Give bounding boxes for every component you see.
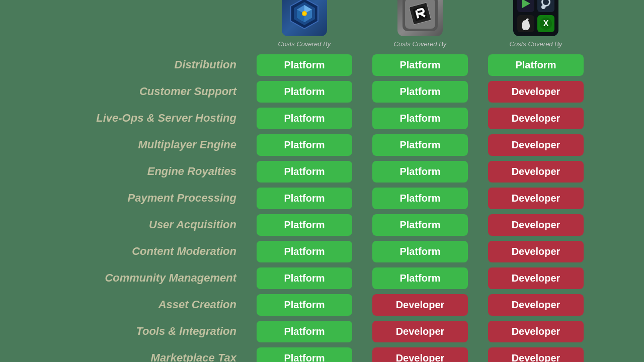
badge-11-0: Platform [257, 347, 352, 363]
cell-2-0: Platform [247, 105, 362, 132]
badge-0-2: Platform [488, 54, 584, 76]
badge-6-0: Platform [257, 214, 352, 236]
badge-8-2: Developer [488, 267, 584, 289]
cell-3-2: Developer [478, 132, 594, 158]
cell-11-0: Platform [247, 345, 362, 363]
badge-3-0: Platform [257, 134, 352, 156]
cell-10-0: Platform [247, 318, 362, 345]
svg-text:X: X [543, 19, 549, 28]
badge-2-0: Platform [257, 108, 352, 129]
badge-6-1: Platform [372, 214, 468, 236]
cell-4-0: Platform [247, 158, 362, 185]
cell-10-1: Developer [362, 318, 478, 345]
badge-10-2: Developer [488, 321, 584, 342]
cell-6-1: Platform [362, 212, 478, 238]
cell-0-1: Platform [362, 52, 478, 78]
cell-1-2: Developer [478, 78, 594, 105]
row-label-4: Engine Royalties [30, 162, 247, 181]
cell-8-1: Platform [362, 265, 478, 292]
row-label-11: Marketplace Tax [30, 348, 247, 362]
table-grid: Costs Covered By [30, 0, 614, 362]
badge-3-1: Platform [372, 134, 468, 156]
roblox-logo [397, 0, 443, 36]
badge-1-2: Developer [488, 81, 584, 103]
badge-2-1: Platform [372, 108, 468, 129]
cell-7-2: Developer [478, 238, 594, 265]
unity-logo [282, 0, 327, 36]
cell-0-2: Platform [478, 52, 594, 78]
badge-9-0: Platform [257, 294, 352, 316]
badge-4-1: Platform [372, 161, 468, 183]
row-label-8: Community Management [30, 268, 247, 288]
badge-0-1: Platform [372, 54, 468, 76]
cell-1-1: Platform [362, 78, 478, 105]
row-label-5: Payment Processing [30, 189, 247, 208]
badge-11-1: Developer [372, 347, 468, 363]
svg-point-7 [303, 12, 306, 15]
badge-3-2: Developer [488, 134, 584, 156]
badge-5-0: Platform [257, 188, 352, 209]
header-roblox: Costs Covered By [362, 0, 478, 52]
cell-9-0: Platform [247, 292, 362, 318]
unity-costs-label: Costs Covered By [278, 40, 331, 48]
badge-11-2: Developer [488, 347, 584, 363]
badge-8-1: Platform [372, 267, 468, 289]
badge-7-1: Platform [372, 241, 468, 262]
badge-6-2: Developer [488, 214, 584, 236]
badge-8-0: Platform [257, 267, 352, 289]
row-label-9: Asset Creation [30, 295, 247, 314]
cell-8-2: Developer [478, 265, 594, 292]
badge-2-2: Developer [488, 108, 584, 129]
cell-11-1: Developer [362, 345, 478, 363]
row-label-7: Content Moderation [30, 242, 247, 261]
cell-5-1: Platform [362, 185, 478, 212]
cell-2-1: Platform [362, 105, 478, 132]
badge-5-2: Developer [488, 188, 584, 209]
multi-costs-label: Costs Covered By [510, 40, 562, 48]
cell-6-2: Developer [478, 212, 594, 238]
row-label-1: Customer Support [30, 82, 247, 101]
badge-4-2: Developer [488, 161, 584, 183]
header-multi: X Costs Covered By [478, 0, 594, 52]
cell-10-2: Developer [478, 318, 594, 345]
cell-8-0: Platform [247, 265, 362, 292]
cell-5-2: Developer [478, 185, 594, 212]
badge-4-0: Platform [257, 161, 352, 183]
multi-logo: X [513, 0, 558, 36]
cell-4-1: Platform [362, 158, 478, 185]
cell-0-0: Platform [247, 52, 362, 78]
badge-1-1: Platform [372, 81, 468, 103]
cell-4-2: Developer [478, 158, 594, 185]
badge-9-1: Developer [372, 294, 468, 316]
cell-11-2: Developer [478, 345, 594, 363]
cell-9-1: Developer [362, 292, 478, 318]
cell-2-2: Developer [478, 105, 594, 132]
cell-1-0: Platform [247, 78, 362, 105]
cell-5-0: Platform [247, 185, 362, 212]
row-label-10: Tools & Integration [30, 322, 247, 341]
cell-7-0: Platform [247, 238, 362, 265]
cell-6-0: Platform [247, 212, 362, 238]
badge-5-1: Platform [372, 188, 468, 209]
header-unity: Costs Covered By [247, 0, 362, 52]
badge-7-0: Platform [257, 241, 352, 262]
row-label-6: User Acquisition [30, 215, 247, 234]
cell-7-1: Platform [362, 238, 478, 265]
cell-9-2: Developer [478, 292, 594, 318]
badge-9-2: Developer [488, 294, 584, 316]
row-label-3: Multiplayer Engine [30, 135, 247, 154]
cell-3-0: Platform [247, 132, 362, 158]
badge-7-2: Developer [488, 241, 584, 262]
badge-1-0: Platform [257, 81, 352, 103]
cell-3-1: Platform [362, 132, 478, 158]
badge-0-0: Platform [257, 54, 352, 76]
badge-10-0: Platform [257, 321, 352, 342]
roblox-costs-label: Costs Covered By [394, 40, 447, 48]
row-label-2: Live-Ops & Server Hosting [30, 109, 247, 128]
comparison-table: Costs Covered By [20, 0, 624, 362]
row-label-0: Distribution [30, 55, 247, 74]
badge-10-1: Developer [372, 321, 468, 342]
